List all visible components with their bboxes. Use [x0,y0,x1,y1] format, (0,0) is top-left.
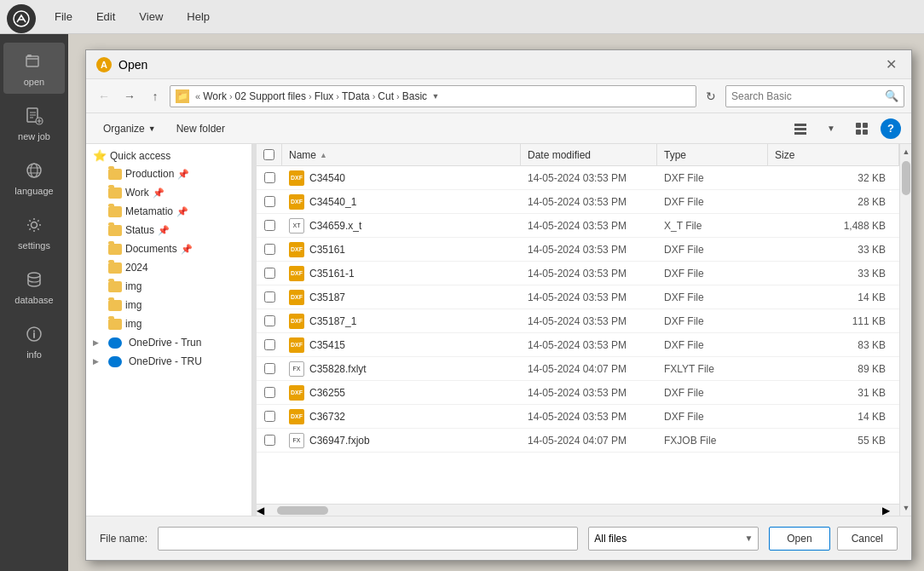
breadcrumb-dropdown-button[interactable]: ▼ [429,92,442,101]
breadcrumb[interactable]: 📁 « Work › 02 Support files › Flux › TDa… [170,85,696,107]
file-checkbox-4[interactable] [257,268,282,279]
v-scroll-thumb[interactable] [902,161,910,195]
table-row[interactable]: FX C35828.fxlyt 14-05-2024 04:07 PM FXLY… [257,357,899,381]
tree-label-documents: Documents [125,243,177,255]
col-header-checkbox[interactable] [257,144,282,165]
search-icon[interactable]: 🔍 [885,89,898,102]
sidebar-item-settings[interactable]: settings [3,206,65,257]
filename-input[interactable] [158,527,578,551]
close-button[interactable]: ✕ [881,55,901,75]
dxf-icon-9: DXF [289,385,304,401]
breadcrumb-flux[interactable]: Flux [315,90,334,102]
view-icons-button[interactable] [850,118,874,140]
help-button[interactable]: ? [881,118,901,139]
file-checkbox-2[interactable] [257,220,282,231]
pin-icon-work: 📌 [153,187,165,199]
sidebar-item-language[interactable]: language [3,152,65,203]
table-row[interactable]: DXF C35161 14-05-2024 03:53 PM DXF File … [257,238,899,262]
h-scroll-left-btn[interactable]: ◀ [257,505,274,516]
breadcrumb-cut[interactable]: Cut [378,90,394,102]
tree-item-img1[interactable]: img [86,277,251,296]
organize-button[interactable]: Organize ▼ [96,118,163,140]
filetype-dropdown[interactable]: All files ▼ [588,527,759,551]
menu-view[interactable]: View [136,9,166,25]
tree-item-documents[interactable]: Documents 📌 [86,239,251,258]
tree-item-img3[interactable]: img [86,314,251,333]
menu-file[interactable]: File [51,9,76,25]
open-button[interactable]: Open [769,527,829,551]
nav-refresh-button[interactable]: ↻ [700,85,722,107]
table-row[interactable]: DXF C35161-1 14-05-2024 03:53 PM DXF Fil… [257,262,899,286]
sidebar-item-open[interactable]: open [3,43,65,94]
table-row[interactable]: DXF C35187_1 14-05-2024 03:53 PM DXF Fil… [257,309,899,333]
menu-help[interactable]: Help [183,9,213,25]
file-checkbox-7[interactable] [257,339,282,350]
tree-item-img2[interactable]: img [86,296,251,314]
cancel-button[interactable]: Cancel [837,527,898,551]
table-row[interactable]: DXF C34540_1 14-05-2024 03:53 PM DXF Fil… [257,190,899,214]
tree-item-2024[interactable]: 2024 [86,258,251,277]
search-input[interactable] [731,90,885,102]
sidebar-item-newjob[interactable]: new job [3,97,65,148]
file-checkbox-8[interactable] [257,363,282,374]
h-scroll-thumb[interactable] [277,506,328,515]
horizontal-scrollbar[interactable]: ◀ ▶ [257,504,899,516]
bottom-bar: File name: All files ▼ Open Cancel [86,516,911,560]
sidebar-item-info[interactable]: info [3,315,65,366]
table-row[interactable]: DXF C36732 14-05-2024 03:53 PM DXF File … [257,405,899,429]
tree-label-img3: img [125,318,141,330]
breadcrumb-basic[interactable]: Basic [402,90,427,102]
tree-item-work[interactable]: Work 📌 [86,183,251,202]
file-date-6: 14-05-2024 03:53 PM [521,315,657,327]
tree-expand-onedrive2: ▶ [93,357,105,366]
breadcrumb-support[interactable]: 02 Support files [235,90,306,102]
svg-rect-1 [26,56,38,66]
col-header-name[interactable]: Name ▲ [282,144,521,165]
app-menubar: File Edit View Help [0,0,924,34]
table-row[interactable]: FX C36947.fxjob 14-05-2024 04:07 PM FXJO… [257,429,899,453]
tree-item-onedrive1[interactable]: ▶ OneDrive - Trun [86,333,251,352]
menu-edit[interactable]: Edit [93,9,118,25]
tree-item-production[interactable]: Production 📌 [86,164,251,183]
file-checkbox-11[interactable] [257,435,282,446]
h-scroll-right-btn[interactable]: ▶ [882,505,899,516]
breadcrumb-tdata[interactable]: TData [342,90,370,102]
file-checkbox-6[interactable] [257,315,282,326]
view-details-button[interactable] [788,118,812,140]
newjob-icon [22,104,46,128]
dxf-icon-3: DXF [289,242,304,257]
folder-tree: ⭐ Quick access Production 📌 Work 📌 [86,144,252,516]
open-dialog: A Open ✕ ← → ↑ 📁 « Work › 02 Support fil… [85,49,912,561]
col-header-date[interactable]: Date modified [521,144,657,165]
v-scroll-down-btn[interactable]: ▼ [900,500,911,516]
select-all-checkbox[interactable] [263,149,274,160]
nav-back-button[interactable]: ← [93,85,115,107]
view-dropdown-button[interactable]: ▼ [819,118,843,140]
file-checkbox-1[interactable] [257,196,282,207]
table-row[interactable]: XT C34659.x_t 14-05-2024 03:53 PM X_T Fi… [257,214,899,238]
new-folder-button[interactable]: New folder [170,118,232,140]
table-row[interactable]: DXF C34540 14-05-2024 03:53 PM DXF File … [257,166,899,190]
breadcrumb-work[interactable]: Work [203,90,227,102]
tree-item-status[interactable]: Status 📌 [86,221,251,239]
file-checkbox-10[interactable] [257,411,282,422]
table-row[interactable]: DXF C35187 14-05-2024 03:53 PM DXF File … [257,286,899,309]
vertical-scrollbar[interactable]: ▲ ▼ [899,144,911,516]
svg-point-6 [31,164,38,177]
file-checkbox-3[interactable] [257,244,282,255]
tree-item-metamatio[interactable]: Metamatio 📌 [86,202,251,221]
tree-item-onedrive2[interactable]: ▶ OneDrive - TRU [86,352,251,371]
file-checkbox-0[interactable] [257,172,282,183]
v-scroll-up-btn[interactable]: ▲ [900,144,911,159]
col-header-size[interactable]: Size [768,144,899,165]
col-header-type[interactable]: Type [657,144,768,165]
file-checkbox-5[interactable] [257,291,282,303]
table-row[interactable]: DXF C35415 14-05-2024 03:53 PM DXF File … [257,333,899,357]
sidebar-label-language: language [14,186,53,196]
table-row[interactable]: DXF C36255 14-05-2024 03:53 PM DXF File … [257,381,899,405]
nav-forward-button[interactable]: → [118,85,141,107]
nav-up-button[interactable]: ↑ [144,85,166,107]
sidebar-item-database[interactable]: database [3,261,65,312]
name-sort-icon: ▲ [320,151,327,159]
file-checkbox-9[interactable] [257,387,282,398]
